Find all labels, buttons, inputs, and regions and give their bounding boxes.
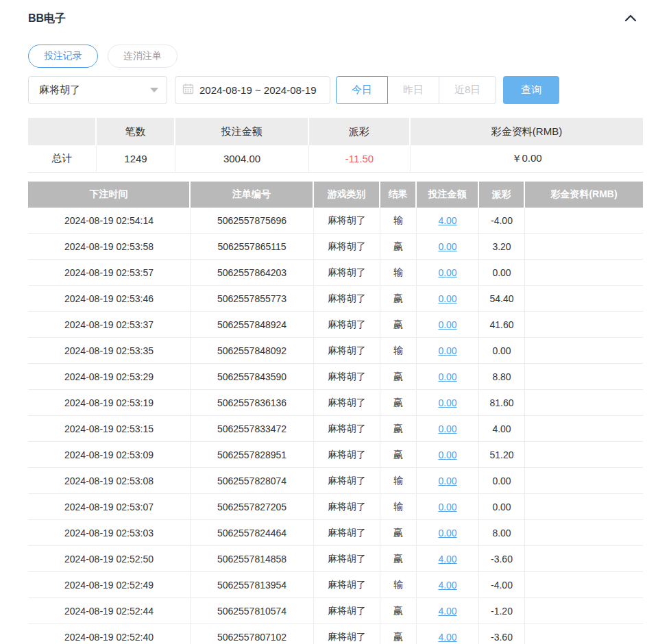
summary-col-payout: 派彩 (309, 118, 411, 145)
table-row: 2024-08-19 02:53:355062557848092麻将胡了输0.0… (28, 338, 643, 364)
summary-col-bet-amount: 投注金额 (175, 118, 309, 145)
cell-game-type: 麻将胡了 (314, 572, 380, 598)
yesterday-button[interactable]: 昨日 (387, 76, 439, 104)
game-select-value: 麻将胡了 (39, 84, 80, 97)
cell-order-number: 5062557836136 (191, 390, 314, 416)
bet-amount-link[interactable]: 0.00 (438, 528, 456, 538)
cell-bet-amount: 4.00 (417, 624, 479, 644)
records-col-bonus: 彩金资料(RMB) (525, 182, 643, 208)
table-row: 2024-08-19 02:53:035062557824464麻将胡了赢0.0… (28, 520, 643, 546)
cell-result: 赢 (380, 624, 417, 644)
summary-col-bonus: 彩金资料(RMB) (411, 118, 643, 145)
cell-bet-time: 2024-08-19 02:52:49 (28, 572, 191, 598)
table-row: 2024-08-19 02:52:505062557814858麻将胡了赢4.0… (28, 546, 643, 572)
bet-amount-link[interactable]: 0.00 (438, 475, 456, 486)
chevron-down-icon (150, 88, 158, 92)
bet-amount-link[interactable]: 0.00 (438, 319, 456, 330)
quick-date-buttons: 今日 昨日 近8日 (336, 76, 496, 104)
collapse-panel-button[interactable] (622, 12, 639, 26)
cell-result: 赢 (380, 520, 417, 546)
bet-amount-link[interactable]: 4.00 (438, 580, 456, 591)
cell-order-number: 5062557833472 (191, 416, 314, 442)
bet-amount-link[interactable]: 0.00 (438, 501, 456, 512)
cell-order-number: 5062557813954 (191, 572, 314, 598)
cell-payout: 54.40 (479, 286, 525, 312)
cell-payout: -3.60 (479, 624, 525, 644)
cell-payout: -1.20 (479, 598, 525, 624)
cell-bet-amount: 0.00 (417, 442, 479, 468)
cell-result: 输 (380, 494, 417, 520)
records-col-game: 游戏类别 (314, 182, 380, 208)
cell-bonus (525, 234, 643, 260)
last-8-days-button[interactable]: 近8日 (439, 76, 496, 104)
summary-total-payout: -11.50 (309, 145, 411, 173)
game-select[interactable]: 麻将胡了 (28, 76, 167, 104)
table-row: 2024-08-19 02:53:155062557833472麻将胡了赢0.0… (28, 416, 643, 442)
cell-order-number: 5062557843590 (191, 364, 314, 390)
bet-amount-link[interactable]: 0.00 (438, 423, 456, 434)
cell-game-type: 麻将胡了 (314, 234, 380, 260)
cell-order-number: 5062557827205 (191, 494, 314, 520)
bet-amount-link[interactable]: 4.00 (438, 554, 456, 565)
bet-amount-link[interactable]: 0.00 (438, 267, 456, 278)
cell-payout: 8.00 (479, 520, 525, 546)
cell-bet-amount: 0.00 (417, 468, 479, 494)
cell-bonus (525, 442, 643, 468)
cell-game-type: 麻将胡了 (314, 312, 380, 338)
bet-amount-link[interactable]: 4.00 (438, 215, 456, 226)
filter-bar: 麻将胡了 2024-08-19 ~ 2024-08-19 今日 (28, 76, 643, 104)
bet-amount-link[interactable]: 4.00 (438, 606, 456, 617)
cell-bet-time: 2024-08-19 02:53:09 (28, 442, 191, 468)
table-row: 2024-08-19 02:53:195062557836136麻将胡了赢0.0… (28, 390, 643, 416)
table-row: 2024-08-19 02:52:495062557813954麻将胡了输4.0… (28, 572, 643, 598)
cell-bonus (525, 624, 643, 644)
bet-amount-link[interactable]: 0.00 (438, 345, 456, 356)
cell-payout: 41.60 (479, 312, 525, 338)
bet-amount-link[interactable]: 0.00 (438, 371, 456, 382)
records-col-time: 下注时间 (28, 182, 191, 208)
table-row: 2024-08-19 02:53:375062557848924麻将胡了赢0.0… (28, 312, 643, 338)
cell-bonus (525, 260, 643, 286)
cell-bonus (525, 572, 643, 598)
bet-amount-link[interactable]: 0.00 (438, 293, 456, 304)
bet-amount-link[interactable]: 0.00 (438, 397, 456, 408)
table-row: 2024-08-19 02:53:295062557843590麻将胡了赢0.0… (28, 364, 643, 390)
cell-bonus (525, 416, 643, 442)
today-button[interactable]: 今日 (336, 76, 388, 104)
cell-bet-amount: 0.00 (417, 312, 479, 338)
cell-bet-amount: 0.00 (417, 338, 479, 364)
tab-cancelled-orders[interactable]: 连消注单 (108, 45, 178, 68)
summary-table: 笔数 投注金额 派彩 彩金资料(RMB) 总计 1249 3004.00 -11… (28, 118, 643, 173)
cell-bet-time: 2024-08-19 02:52:50 (28, 546, 191, 572)
cell-game-type: 麻将胡了 (314, 624, 380, 644)
cell-bet-amount: 0.00 (417, 416, 479, 442)
tab-betting-records[interactable]: 投注记录 (28, 45, 98, 68)
cell-bet-time: 2024-08-19 02:53:58 (28, 234, 191, 260)
cell-game-type: 麻将胡了 (314, 520, 380, 546)
cell-result: 输 (380, 468, 417, 494)
bet-amount-link[interactable]: 4.00 (438, 632, 456, 643)
panel-header: BB电子 (28, 12, 643, 26)
search-button[interactable]: 查询 (503, 76, 559, 104)
cell-bonus (525, 520, 643, 546)
chevron-up-icon (624, 14, 637, 25)
table-row: 2024-08-19 02:52:445062557810574麻将胡了赢4.0… (28, 598, 643, 624)
date-range-input[interactable]: 2024-08-19 ~ 2024-08-19 (175, 76, 330, 104)
bet-amount-link[interactable]: 0.00 (438, 449, 456, 460)
cell-result: 赢 (380, 598, 417, 624)
cell-bonus (525, 468, 643, 494)
records-col-result: 结果 (380, 182, 417, 208)
records-table: 下注时间 注单编号 游戏类别 结果 投注金额 派彩 彩金资料(RMB) 2024… (28, 182, 643, 644)
cell-bonus (525, 208, 643, 234)
cell-payout: 0.00 (479, 338, 525, 364)
records-body: 2024-08-19 02:54:145062557875696麻将胡了输4.0… (28, 208, 643, 644)
cell-result: 输 (380, 208, 417, 234)
cell-game-type: 麻将胡了 (314, 442, 380, 468)
bet-amount-link[interactable]: 0.00 (438, 241, 456, 252)
cell-bet-amount: 0.00 (417, 520, 479, 546)
summary-col-blank (28, 118, 97, 145)
cell-bonus (525, 598, 643, 624)
cell-bet-time: 2024-08-19 02:53:15 (28, 416, 191, 442)
cell-payout: 8.80 (479, 364, 525, 390)
cell-order-number: 5062557875696 (191, 208, 314, 234)
